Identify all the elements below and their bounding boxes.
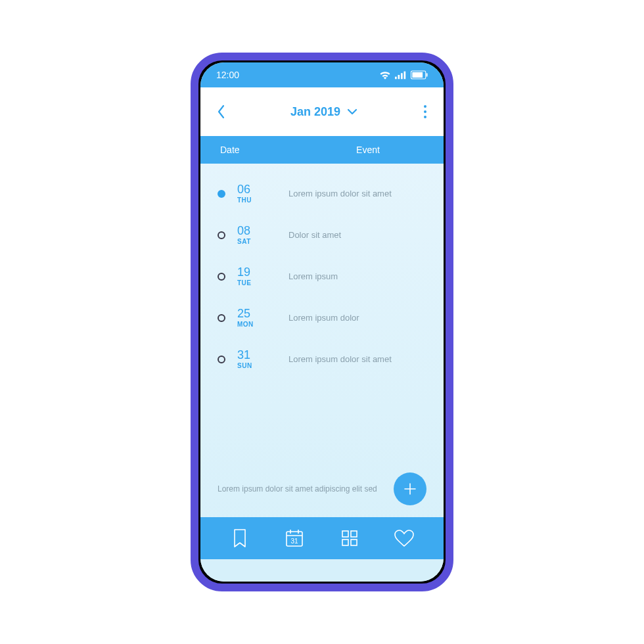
calendar-icon: 31	[285, 528, 304, 548]
chevron-down-icon	[347, 108, 357, 115]
svg-rect-3	[404, 72, 406, 80]
event-day-name: SUN	[237, 362, 277, 369]
event-marker	[218, 356, 225, 363]
footer-note-text: Lorem ipsum dolor sit amet adipiscing el…	[218, 483, 384, 495]
column-event-label: Event	[312, 145, 424, 155]
event-date: 08 SAT	[237, 225, 277, 245]
event-day-number: 31	[237, 349, 277, 361]
event-date: 31 SUN	[237, 349, 277, 369]
svg-rect-13	[351, 531, 357, 537]
screen: 12:00 Jan 2019	[200, 62, 444, 582]
bottom-nav: 31	[200, 517, 444, 559]
nav-calendar[interactable]: 31	[283, 526, 306, 550]
event-title: Dolor sit amet	[288, 230, 428, 240]
phone-frame: 12:00 Jan 2019	[191, 53, 453, 591]
svg-text:31: 31	[291, 538, 299, 545]
event-day-number: 25	[237, 308, 277, 319]
add-event-button[interactable]	[394, 472, 426, 505]
column-header: Date Event	[200, 136, 444, 164]
status-icons	[379, 70, 428, 80]
event-marker-active	[218, 190, 225, 198]
svg-rect-6	[426, 73, 428, 77]
more-menu-button[interactable]	[421, 103, 429, 121]
event-day-name: SAT	[237, 238, 277, 245]
svg-rect-12	[342, 531, 348, 537]
event-day-number: 08	[237, 225, 277, 237]
event-day-number: 06	[237, 183, 277, 195]
event-day-number: 19	[237, 266, 277, 278]
nav-bookmark[interactable]	[228, 526, 252, 550]
plus-icon	[403, 482, 417, 496]
event-date: 25 MON	[237, 308, 277, 328]
event-date: 19 TUE	[237, 266, 277, 287]
heart-icon	[394, 529, 415, 547]
footer-area: Lorem ipsum dolor sit amet adipiscing el…	[200, 467, 444, 517]
event-row[interactable]: 25 MON Lorem ipsum dolor	[200, 297, 444, 338]
event-row[interactable]: 08 SAT Dolor sit amet	[200, 214, 444, 256]
event-title: Lorem ipsum dolor sit amet	[288, 354, 428, 364]
event-marker	[218, 314, 225, 322]
event-day-name: MON	[237, 321, 277, 328]
svg-rect-15	[351, 540, 357, 545]
back-button[interactable]	[215, 103, 227, 121]
status-bar: 12:00	[200, 62, 444, 87]
svg-rect-5	[412, 72, 423, 78]
event-marker	[218, 273, 225, 281]
event-date: 06 THU	[237, 183, 277, 204]
bookmark-icon	[232, 528, 248, 548]
event-title: Lorem ipsum dolor	[288, 313, 428, 323]
event-day-name: THU	[237, 196, 277, 204]
event-list: 06 THU Lorem ipsum dolor sit amet 08 SAT…	[200, 164, 444, 467]
event-title: Lorem ipsum	[288, 271, 428, 281]
signal-icon	[395, 70, 407, 80]
nav-grid[interactable]	[338, 526, 361, 550]
app-header: Jan 2019	[200, 87, 444, 136]
event-marker	[218, 231, 225, 239]
event-title: Lorem ipsum dolor sit amet	[288, 189, 428, 198]
month-selector[interactable]: Jan 2019	[290, 105, 357, 119]
svg-rect-2	[401, 73, 403, 79]
event-row[interactable]: 06 THU Lorem ipsum dolor sit amet	[200, 173, 444, 214]
event-day-name: TUE	[237, 279, 277, 287]
month-title: Jan 2019	[290, 105, 340, 119]
svg-rect-0	[395, 77, 397, 80]
grid-icon	[340, 529, 359, 547]
battery-icon	[411, 70, 428, 80]
event-row[interactable]: 31 SUN Lorem ipsum dolor sit amet	[200, 338, 444, 380]
event-row[interactable]: 19 TUE Lorem ipsum	[200, 256, 444, 297]
nav-favorites[interactable]	[392, 526, 416, 550]
status-time: 12:00	[216, 70, 239, 80]
column-date-label: Date	[220, 145, 292, 155]
svg-rect-1	[398, 75, 400, 79]
wifi-icon	[379, 70, 391, 80]
home-indicator-area	[200, 559, 444, 582]
svg-rect-14	[342, 540, 348, 545]
